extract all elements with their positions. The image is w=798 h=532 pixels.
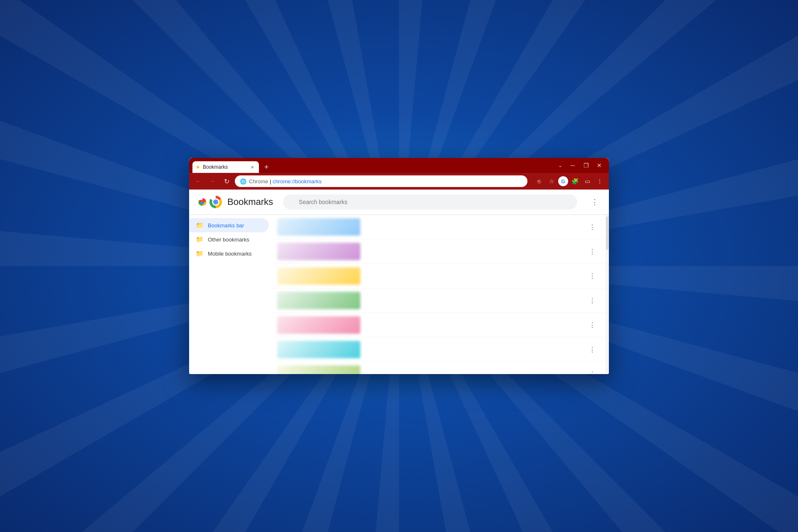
svg-point-5 — [204, 202, 206, 204]
window-controls: ⌄ ─ ❐ ✕ — [552, 160, 609, 170]
search-wrapper: 🔍 — [283, 195, 577, 209]
back-button[interactable]: ← — [192, 175, 204, 187]
folder-icon-mobile: 📁 — [196, 250, 204, 257]
search-container: 🔍 — [283, 195, 577, 209]
bookmark-menu-button-7[interactable]: ⋮ — [586, 367, 599, 374]
chrome-window: ★ Bookmarks ✕ + ⌄ ─ ❐ ✕ ← → ↻ 🌐 Chrome |… — [189, 158, 609, 374]
svg-point-11 — [214, 201, 217, 203]
bookmarks-sidebar: 📁 Bookmarks bar 📁 Other bookmarks 📁 Mobi… — [189, 215, 272, 374]
forward-button[interactable]: → — [207, 175, 218, 187]
active-tab[interactable]: ★ Bookmarks ✕ — [192, 161, 259, 173]
scrollbar-track[interactable] — [606, 215, 609, 374]
bookmark-thumbnail-6 — [277, 341, 360, 358]
bookmark-item-6[interactable]: ⋮ — [272, 337, 606, 362]
share-button[interactable]: ⎋ — [533, 175, 545, 187]
bookmark-item-7[interactable]: ⋮ — [272, 362, 606, 374]
close-button[interactable]: ✕ — [593, 160, 606, 170]
page-content: Bookmarks 🔍 ⋮ 📁 Bookmarks bar 📁 Othe — [189, 190, 609, 374]
bookmark-thumbnail-5 — [277, 316, 360, 334]
address-bar: ← → ↻ 🌐 Chrome | chrome://bookmarks ⎋ ☆ … — [189, 173, 609, 190]
maximize-button[interactable]: ❐ — [580, 160, 592, 170]
scrollbar-thumb[interactable] — [606, 217, 608, 250]
bookmark-item-2[interactable]: ⋮ — [272, 239, 606, 264]
refresh-button[interactable]: ↻ — [221, 175, 232, 187]
bookmarks-content: ⋮⋮⋮⋮⋮⋮⋮⋮⋮⋮⋮⋮ — [272, 215, 609, 374]
sidebar-label-mobile: Mobile bookmarks — [208, 251, 252, 257]
title-bar: ★ Bookmarks ✕ + ⌄ ─ ❐ ✕ — [189, 158, 609, 173]
bookmark-menu-button-2[interactable]: ⋮ — [586, 245, 599, 258]
bookmark-item-3[interactable]: ⋮ — [272, 264, 606, 288]
bookmark-menu-button-3[interactable]: ⋮ — [586, 269, 599, 283]
google-g-icon: G — [561, 178, 565, 185]
page-title: Bookmarks — [227, 197, 273, 207]
url-separator: | — [270, 178, 273, 185]
tab-search-button[interactable]: ⌄ — [555, 161, 566, 170]
bookmarks-list: ⋮⋮⋮⋮⋮⋮⋮⋮⋮⋮⋮⋮ — [272, 215, 606, 374]
bookmarks-main: 📁 Bookmarks bar 📁 Other bookmarks 📁 Mobi… — [189, 215, 609, 374]
chrome-logo — [196, 195, 209, 209]
globe-icon: 🌐 — [240, 178, 246, 185]
new-tab-button[interactable]: + — [261, 161, 272, 173]
tab-close-button[interactable]: ✕ — [249, 164, 256, 170]
sidebar-label-bookmarks-bar: Bookmarks bar — [208, 222, 244, 229]
bookmark-star-button[interactable]: ☆ — [546, 175, 557, 187]
url-bar[interactable]: 🌐 Chrome | chrome://bookmarks — [235, 175, 527, 187]
bookmark-menu-button-1[interactable]: ⋮ — [586, 220, 599, 234]
folder-icon-bookmarks-bar: 📁 — [196, 222, 204, 229]
bookmark-menu-button-6[interactable]: ⋮ — [586, 343, 599, 356]
tab-favicon: ★ — [196, 164, 200, 170]
bookmark-menu-button-5[interactable]: ⋮ — [586, 318, 599, 332]
bookmark-menu-button-4[interactable]: ⋮ — [586, 294, 599, 307]
sidebar-toggle-button[interactable]: ▭ — [581, 175, 593, 187]
chrome-logo-clean — [209, 195, 222, 209]
bookmark-thumbnail-4 — [277, 292, 360, 309]
svg-point-6 — [199, 202, 201, 204]
bookmarks-more-button[interactable]: ⋮ — [587, 195, 602, 209]
svg-point-4 — [202, 200, 204, 202]
chrome-menu-button[interactable]: ⋮ — [594, 175, 606, 187]
tab-strip: ★ Bookmarks ✕ + — [192, 158, 552, 173]
url-text: Chrome | chrome://bookmarks — [249, 178, 522, 185]
bookmark-thumbnail-7 — [277, 365, 360, 374]
bookmark-thumbnail-2 — [277, 243, 360, 260]
extensions-button[interactable]: 🧩 — [569, 175, 581, 187]
folder-icon-other: 📁 — [196, 236, 204, 243]
bookmarks-header: Bookmarks 🔍 ⋮ — [189, 190, 609, 215]
minimize-button[interactable]: ─ — [566, 160, 579, 170]
sidebar-label-other: Other bookmarks — [208, 236, 249, 243]
google-account-button[interactable]: G — [558, 176, 568, 186]
bookmark-item-5[interactable]: ⋮ — [272, 313, 606, 337]
bookmark-thumbnail-3 — [277, 267, 360, 285]
url-path: chrome://bookmarks — [273, 178, 322, 185]
search-input[interactable] — [283, 195, 577, 209]
sidebar-item-other-bookmarks[interactable]: 📁 Other bookmarks — [189, 232, 269, 246]
sidebar-item-bookmarks-bar[interactable]: 📁 Bookmarks bar — [189, 218, 269, 232]
bookmark-item-1[interactable]: ⋮ — [272, 215, 606, 239]
bookmark-item-4[interactable]: ⋮ — [272, 288, 606, 313]
url-actions: ⎋ ☆ G 🧩 ▭ ⋮ — [533, 175, 606, 187]
bookmark-thumbnail-1 — [277, 218, 360, 236]
url-chrome-label: Chrome — [249, 178, 268, 185]
sidebar-item-mobile-bookmarks[interactable]: 📁 Mobile bookmarks — [189, 246, 269, 261]
tab-title: Bookmarks — [203, 164, 246, 170]
